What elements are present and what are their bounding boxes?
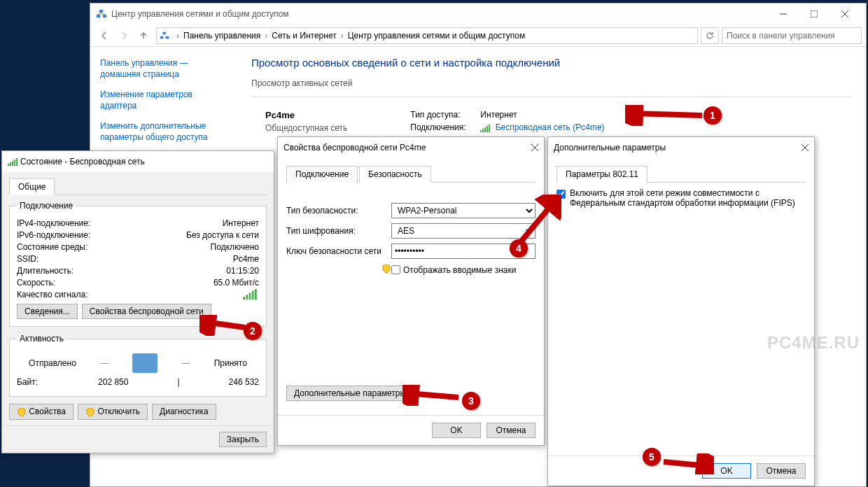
svg-rect-0 [97,15,100,17]
connection-group-label: Подключение [17,201,76,211]
advanced-params-button[interactable]: Дополнительные параметры [286,386,414,401]
fips-label: Включить для этой сети режим совместимос… [570,188,806,208]
dialog-titlebar: Свойства беспроводной сети Pc4me [278,137,544,158]
wifi-properties-dialog: Свойства беспроводной сети Pc4me Подключ… [277,136,545,446]
maximize-button[interactable] [799,4,830,24]
dialog-title: Дополнительные параметры [554,143,666,153]
encryption-select[interactable]: AES [391,223,536,239]
properties-button[interactable]: Свойства [9,404,74,420]
sent-label: Отправлено [29,358,76,368]
dialog-titlebar: Дополнительные параметры [548,137,814,158]
dialog-title: Свойства беспроводной сети Pc4me [284,143,426,153]
svg-rect-4 [811,10,818,17]
network-icon [160,31,169,41]
ok-button[interactable]: OK [702,463,751,479]
breadcrumb-part[interactable]: Панель управления [183,31,260,41]
refresh-button[interactable] [701,27,719,44]
network-type: Общедоступная сеть [265,123,347,133]
svg-rect-9 [162,31,165,34]
disable-button[interactable]: Отключить [78,404,148,420]
bytes-received: 246 532 [229,377,259,387]
diagnose-button[interactable]: Диагностика [152,404,216,420]
cancel-button[interactable]: Отмена [486,423,536,438]
breadcrumb-part[interactable]: Центр управления сетями и общим доступом [348,31,526,41]
tab-general[interactable]: Общие [9,178,55,195]
advanced-params-dialog: Дополнительные параметры Параметры 802.1… [547,136,815,486]
computer-icon [132,353,158,373]
fips-checkbox[interactable] [556,190,566,199]
ssid-value: Pc4me [233,254,259,264]
dialog-title: Состояние - Беспроводная сеть [20,157,145,167]
minimize-button[interactable] [768,4,799,24]
close-button[interactable] [830,4,860,24]
ipv4-value: Интернет [223,218,259,228]
sidebar-home-link[interactable]: Панель управления — домашняя страница [100,58,227,80]
details-button[interactable]: Сведения... [17,304,78,319]
up-button[interactable] [134,27,153,45]
encryption-label: Тип шифрования: [286,226,391,236]
show-chars-label: Отображать вводимые знаки [403,265,516,275]
duration-label: Длительность: [17,266,74,276]
search-input[interactable] [722,27,862,44]
signal-icon [8,157,18,166]
navbar: › Панель управления › Сеть и Интернет › … [90,24,866,47]
quality-label: Качество сигнала: [17,290,88,299]
ok-button[interactable]: OK [432,423,481,438]
show-chars-checkbox[interactable] [391,265,400,274]
ipv4-label: IPv4-подключение: [17,218,90,228]
svg-rect-1 [103,15,106,17]
speed-label: Скорость: [17,278,55,288]
security-type-select[interactable]: WPA2-Personal [391,203,536,218]
svg-rect-2 [99,10,103,13]
breadcrumb-part[interactable]: Сеть и Интернет [272,31,336,41]
activity-group-label: Активность [17,334,66,344]
window-title: Центр управления сетями и общим доступом [111,9,289,19]
network-icon [96,8,107,20]
speed-value: 65.0 Мбит/с [214,278,259,288]
tab-connection[interactable]: Подключение [286,166,358,183]
close-button[interactable]: Закрыть [219,432,267,447]
duration-value: 01:15:20 [226,266,259,276]
signal-icon [243,288,257,300]
sidebar-sharing-link[interactable]: Изменить дополнительные параметры общего… [100,121,227,143]
wireless-properties-button[interactable]: Свойства беспроводной сети [82,304,211,319]
close-icon[interactable] [531,144,538,151]
bytes-label: Байт: [17,377,38,387]
active-networks-label: Просмотр активных сетей [251,78,852,88]
access-type-value: Интернет [480,110,517,120]
media-label: Состояние среды: [17,242,88,252]
svg-rect-7 [160,36,163,38]
bytes-sent: 202 850 [98,377,128,387]
tab-80211[interactable]: Параметры 802.11 [556,166,648,183]
connection-link[interactable]: Беспроводная сеть (Pc4me) [496,122,605,132]
security-type-label: Тип безопасности: [286,206,391,216]
shield-icon [382,264,391,274]
ssid-label: SSID: [17,254,38,264]
close-icon[interactable] [802,144,808,151]
cancel-button[interactable]: Отмена [757,463,806,479]
ipv6-value: Без доступа к сети [186,230,259,240]
security-key-label: Ключ безопасности сети [286,246,391,256]
wifi-status-dialog: Состояние - Беспроводная сеть Общие Подк… [1,150,274,453]
security-key-input[interactable] [391,244,536,259]
breadcrumb[interactable]: › Панель управления › Сеть и Интернет › … [156,27,698,44]
tab-security[interactable]: Безопасность [359,166,431,183]
dialog-titlebar: Состояние - Беспроводная сеть [2,151,274,172]
signal-icon [480,124,490,132]
access-type-label: Тип доступа: [410,110,480,120]
forward-button[interactable] [114,27,134,45]
page-heading: Просмотр основных сведений о сети и наст… [251,57,852,69]
back-button[interactable] [94,27,114,45]
svg-rect-8 [166,36,169,38]
received-label: Принято [214,358,247,368]
network-name: Pc4me [265,110,347,120]
sidebar-adapter-link[interactable]: Изменение параметров адаптера [100,90,227,111]
ipv6-label: IPv6-подключение: [17,230,90,240]
connections-label: Подключения: [410,122,480,132]
titlebar: Центр управления сетями и общим доступом [90,3,866,24]
media-value: Подключено [211,242,259,252]
